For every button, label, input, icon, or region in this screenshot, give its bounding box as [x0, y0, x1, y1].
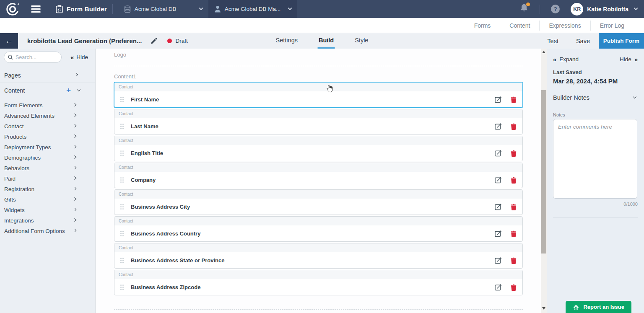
edit-field-icon[interactable] — [495, 150, 502, 157]
edit-field-icon[interactable] — [495, 257, 502, 264]
navbar-divider — [112, 4, 113, 14]
sidebar-item-additional-form-options[interactable]: Additional Form Options — [0, 226, 95, 236]
sidebar-item-deployment-types[interactable]: Deployment Types — [0, 142, 95, 153]
publish-form-button[interactable]: Publish Form — [599, 33, 644, 49]
sidebar-item-gifts[interactable]: Gifts — [0, 194, 95, 205]
user-avatar[interactable]: KR — [571, 3, 583, 16]
chevron-right-icon — [73, 124, 76, 127]
delete-field-icon[interactable] — [511, 284, 517, 291]
tab-build[interactable]: Build — [318, 33, 335, 49]
drag-handle-icon[interactable] — [120, 177, 124, 183]
field-card-business-address-city[interactable]: Contact Business Address City — [114, 189, 523, 215]
character-counter: 0/1000 — [553, 202, 638, 207]
tab-expressions[interactable]: Expressions — [539, 21, 590, 31]
builder-notes-header[interactable]: Builder Notes — [553, 94, 638, 101]
delete-field-icon[interactable] — [511, 177, 517, 184]
test-button[interactable]: Test — [538, 38, 567, 44]
field-card-english-title[interactable]: Contact English Title — [114, 136, 523, 161]
sidebar-hide-toggle[interactable]: « Hide — [70, 54, 91, 61]
chevron-down-icon — [633, 95, 636, 98]
zone-separator — [114, 309, 523, 310]
sidebar-item-contact[interactable]: Contact — [0, 121, 95, 132]
clipboard-icon — [56, 5, 63, 13]
delete-field-icon[interactable] — [511, 96, 517, 103]
scroll-up-icon[interactable] — [542, 51, 545, 53]
delete-field-icon[interactable] — [511, 257, 517, 264]
sidebar-item-widgets[interactable]: Widgets — [0, 205, 95, 215]
canvas-scrollbar[interactable] — [541, 49, 547, 313]
hide-panel-control[interactable]: Hide » — [620, 56, 638, 63]
drag-handle-icon[interactable] — [120, 97, 124, 103]
sidebar-item-form-elements[interactable]: Form Elements — [0, 100, 95, 111]
edit-field-icon[interactable] — [495, 230, 502, 237]
drag-handle-icon[interactable] — [120, 124, 124, 129]
delete-field-icon[interactable] — [511, 230, 517, 237]
database-icon — [124, 5, 131, 13]
tab-forms[interactable]: Forms — [465, 21, 500, 31]
edit-field-icon[interactable] — [495, 123, 502, 130]
entity-selector-dropdown[interactable]: Acme Global DB Ma... — [208, 0, 297, 18]
back-button[interactable]: ← — [0, 33, 18, 49]
drag-handle-icon[interactable] — [120, 204, 124, 210]
sidebar-item-products[interactable]: Products — [0, 132, 95, 142]
hamburger-menu-icon[interactable] — [31, 5, 41, 13]
pages-label: Pages — [4, 72, 21, 79]
delete-field-icon[interactable] — [511, 123, 517, 130]
scroll-down-icon[interactable] — [542, 307, 545, 310]
chevron-right-icon — [73, 228, 76, 232]
field-name: Business Address Country — [131, 230, 200, 237]
drag-handle-icon[interactable] — [120, 150, 124, 156]
sidebar-item-integrations[interactable]: Integrations — [0, 215, 95, 226]
search-input[interactable] — [16, 54, 57, 60]
field-card-business-address-zipcode[interactable]: Contact Business Address Zipcode — [114, 270, 523, 295]
add-content-button[interactable]: + — [66, 86, 71, 94]
card-tag: Contact — [119, 138, 133, 143]
chevron-down-icon[interactable] — [77, 88, 80, 91]
edit-field-icon[interactable] — [495, 203, 502, 210]
field-card-company[interactable]: Contact Company — [114, 163, 523, 188]
tab-settings[interactable]: Settings — [275, 33, 299, 49]
notes-textarea[interactable] — [553, 119, 637, 199]
toolbar-actions: Test Save Publish Form — [538, 33, 644, 49]
chevron-down-icon[interactable] — [634, 6, 638, 10]
field-card-business-address-state[interactable]: Contact Business Address State or Provin… — [114, 243, 523, 269]
field-card-business-address-country[interactable]: Contact Business Address Country — [114, 216, 523, 242]
drag-handle-icon[interactable] — [120, 258, 124, 264]
edit-field-icon[interactable] — [495, 96, 502, 103]
sidebar-section-pages[interactable]: Pages — [0, 68, 95, 83]
save-button[interactable]: Save — [567, 38, 599, 44]
search-box[interactable] — [4, 52, 62, 63]
edit-field-icon[interactable] — [495, 284, 502, 291]
navbar-right-group: ? KR Katie Robilotta — [519, 3, 644, 16]
delete-field-icon[interactable] — [511, 150, 517, 157]
field-name: Company — [131, 177, 156, 183]
database-selector-label: Acme Global DB — [135, 6, 177, 12]
report-issue-button[interactable]: Report an Issue — [566, 301, 631, 313]
scrollbar-thumb[interactable] — [541, 90, 546, 254]
field-card-last-name[interactable]: Contact Last Name — [114, 109, 523, 135]
tab-style[interactable]: Style — [354, 33, 369, 49]
field-card-first-name[interactable]: Contact First Name — [114, 82, 523, 108]
sidebar-section-content[interactable]: Content + — [0, 83, 95, 98]
database-selector-dropdown[interactable]: Acme Global DB — [118, 0, 208, 18]
collapse-left-icon: « — [553, 56, 556, 63]
sidebar-item-demographics[interactable]: Demographics — [0, 153, 95, 163]
drag-handle-icon[interactable] — [120, 231, 124, 237]
edit-title-pencil-icon[interactable] — [151, 38, 157, 44]
chevron-right-icon — [73, 207, 76, 211]
sidebar-item-advanced-elements[interactable]: Advanced Elements — [0, 111, 95, 121]
tab-content[interactable]: Content — [500, 21, 539, 31]
edit-field-icon[interactable] — [495, 176, 502, 184]
sidebar-item-paid[interactable]: Paid — [0, 173, 95, 184]
sidebar-item-registration[interactable]: Registration — [0, 184, 95, 194]
zone-separator — [114, 66, 523, 66]
sidebar-item-behaviors[interactable]: Behaviors — [0, 163, 95, 173]
notifications-bell-icon[interactable] — [519, 3, 529, 15]
app-title-group: Form Builder — [56, 5, 107, 13]
chevron-right-icon — [73, 218, 76, 221]
tab-error-log[interactable]: Error Log — [590, 21, 634, 31]
drag-handle-icon[interactable] — [120, 285, 124, 290]
help-icon[interactable]: ? — [551, 5, 560, 13]
expand-panel-control[interactable]: « Expand — [553, 56, 579, 63]
delete-field-icon[interactable] — [511, 204, 517, 210]
